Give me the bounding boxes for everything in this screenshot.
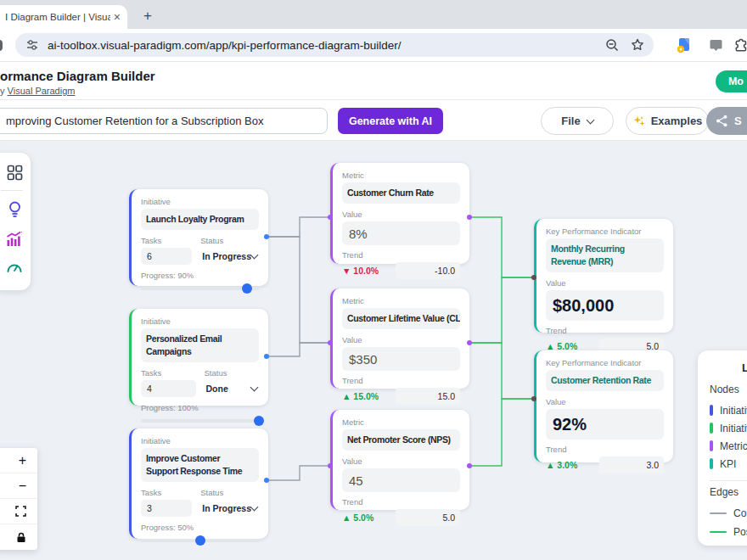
source-handle[interactable] xyxy=(467,463,472,468)
legend-divider xyxy=(710,480,747,481)
metric-node-clv[interactable]: Metric Customer Lifetime Value (CLV) Val… xyxy=(330,288,469,389)
progress-slider[interactable] xyxy=(141,539,259,542)
metric-value-input[interactable]: $350 xyxy=(342,347,460,371)
status-select[interactable]: In Progress xyxy=(200,248,259,265)
fit-view-button[interactable] xyxy=(0,499,37,524)
legend-item-label: Conn xyxy=(733,507,747,519)
fit-view-icon xyxy=(15,506,26,517)
share-label: S xyxy=(734,115,742,127)
status-select[interactable]: Done xyxy=(205,380,260,397)
initiative-title-input[interactable]: Improve Customer Support Response Time xyxy=(141,448,259,482)
sparkles-icon xyxy=(632,115,646,128)
zoom-out-page-icon[interactable] xyxy=(604,37,620,53)
address-bar: ai-toolbox.visual-paradigm.com/app/kpi-p… xyxy=(0,29,747,62)
extensions-puzzle-icon[interactable] xyxy=(732,36,747,53)
target-handle[interactable] xyxy=(328,340,333,345)
legend-item-initiative-inprogress: Initiative xyxy=(710,401,747,419)
metric-node-churn[interactable]: Metric Customer Churn Rate Value 8% Tren… xyxy=(330,163,469,264)
legend-item-label: Initiative xyxy=(720,423,747,434)
legend-nodes-header: Nodes xyxy=(710,384,747,395)
metric-node-nps[interactable]: Metric Net Promoter Score (NPS) Value 45… xyxy=(330,410,469,510)
extension-doc-icon[interactable] xyxy=(675,36,692,53)
slider-thumb[interactable] xyxy=(195,535,205,546)
source-handle[interactable] xyxy=(264,478,269,483)
legend-item-connection-edge: Conn xyxy=(710,504,747,523)
initiative-title-input[interactable]: Personalized Email Campaigns xyxy=(141,328,259,362)
initiative-title-input[interactable]: Launch Loyalty Program xyxy=(141,209,259,230)
value-label: Value xyxy=(546,278,664,288)
new-tab-button[interactable]: + xyxy=(138,6,158,26)
source-handle[interactable] xyxy=(264,234,269,239)
trend-value-input[interactable]: 15.0 xyxy=(396,388,460,405)
status-value: Done xyxy=(206,384,228,394)
progress-slider[interactable] xyxy=(141,419,259,423)
status-value: In Progress xyxy=(202,503,251,513)
target-handle[interactable] xyxy=(328,463,333,468)
kpi-node-retention[interactable]: Key Performance Indicator Customer Reten… xyxy=(534,350,673,462)
initiative-node-email[interactable]: Initiative Personalized Email Campaigns … xyxy=(129,309,268,406)
metric-title-input[interactable]: Customer Churn Rate xyxy=(342,182,460,204)
trend-value-input[interactable]: -10.0 xyxy=(396,262,460,279)
visual-paradigm-link[interactable]: Visual Paradigm xyxy=(8,86,76,96)
kpi-value-input[interactable]: 92% xyxy=(546,409,664,440)
progress-slider[interactable] xyxy=(141,287,259,290)
metric-value-input[interactable]: 8% xyxy=(342,221,460,245)
tab-close-icon[interactable]: × xyxy=(114,11,121,23)
url-field[interactable]: ai-toolbox.visual-paradigm.com/app/kpi-p… xyxy=(15,33,654,57)
target-handle[interactable] xyxy=(531,396,536,401)
legend-color-bar xyxy=(710,405,713,416)
source-handle[interactable] xyxy=(467,340,472,345)
bookmark-star-icon[interactable] xyxy=(630,37,645,53)
generate-with-ai-button[interactable]: Generate with AI xyxy=(338,108,443,134)
initiative-node-loyalty[interactable]: Initiative Launch Loyalty Program Tasks … xyxy=(129,189,268,286)
diagram-canvas[interactable]: + − Initiative Launch Loyalty Program Ta… xyxy=(0,141,747,560)
target-handle[interactable] xyxy=(531,275,536,280)
metric-title-input[interactable]: Net Promoter Score (NPS) xyxy=(342,429,460,451)
trend-value-input[interactable]: 3.0 xyxy=(599,456,664,473)
target-handle[interactable] xyxy=(328,215,333,220)
zoom-out-button[interactable]: − xyxy=(0,473,37,499)
zoom-in-button[interactable]: + xyxy=(0,448,37,473)
legend-color-bar xyxy=(710,423,713,434)
tasks-label: Tasks xyxy=(141,368,196,378)
prompt-input[interactable] xyxy=(0,108,328,134)
trend-percent: ▲ 15.0% xyxy=(342,391,379,401)
file-menu-label: File xyxy=(561,115,580,127)
node-type-label: Metric xyxy=(342,296,460,305)
extension-marker-icon[interactable] xyxy=(707,36,724,53)
progress-label: Progress: 50% xyxy=(141,523,259,532)
status-select[interactable]: In Progress xyxy=(200,500,259,517)
legend-item-kpi: KPI xyxy=(710,455,747,473)
examples-button[interactable]: Examples xyxy=(626,107,709,135)
kpi-node-mrr[interactable]: Key Performance Indicator Monthly Recurr… xyxy=(534,219,673,333)
more-button[interactable]: Mo xyxy=(716,70,747,92)
file-menu-button[interactable]: File xyxy=(541,107,614,135)
chevron-down-icon xyxy=(586,115,594,124)
initiative-lightbulb-icon[interactable] xyxy=(7,200,23,218)
trend-value-input[interactable]: 5.0 xyxy=(396,509,460,526)
metric-value-input[interactable]: 45 xyxy=(342,468,460,492)
metric-chart-icon[interactable] xyxy=(6,231,23,247)
source-handle[interactable] xyxy=(467,215,472,220)
shapes-grid-icon[interactable] xyxy=(7,165,23,181)
share-button[interactable]: S xyxy=(706,107,747,135)
app-header: ormance Diagram Builder y Visual Paradig… xyxy=(0,63,747,100)
site-settings-icon[interactable] xyxy=(25,38,39,52)
page-title: ormance Diagram Builder xyxy=(0,69,155,83)
node-type-label: Initiative xyxy=(141,316,259,326)
tasks-input[interactable]: 4 xyxy=(141,380,196,397)
tasks-input[interactable]: 6 xyxy=(141,248,192,265)
node-type-label: Key Performance Indicator xyxy=(546,358,664,367)
browser-tab[interactable]: I Diagram Builder | Visuali × xyxy=(0,5,127,29)
diagram-toolbar: Generate with AI File Examples S xyxy=(0,100,747,141)
tasks-input[interactable]: 3 xyxy=(141,500,192,517)
kpi-value-input[interactable]: $80,000 xyxy=(546,290,664,321)
lock-button[interactable] xyxy=(0,524,37,550)
kpi-title-input[interactable]: Customer Retention Rate xyxy=(546,370,664,391)
kpi-gauge-icon[interactable] xyxy=(6,260,23,276)
source-handle[interactable] xyxy=(264,354,269,359)
legend-item-label: Metric xyxy=(720,440,747,452)
kpi-title-input[interactable]: Monthly Recurring Revenue (MRR) xyxy=(546,238,664,272)
metric-title-input[interactable]: Customer Lifetime Value (CLV) xyxy=(342,308,460,329)
initiative-node-support[interactable]: Initiative Improve Customer Support Resp… xyxy=(129,428,268,539)
